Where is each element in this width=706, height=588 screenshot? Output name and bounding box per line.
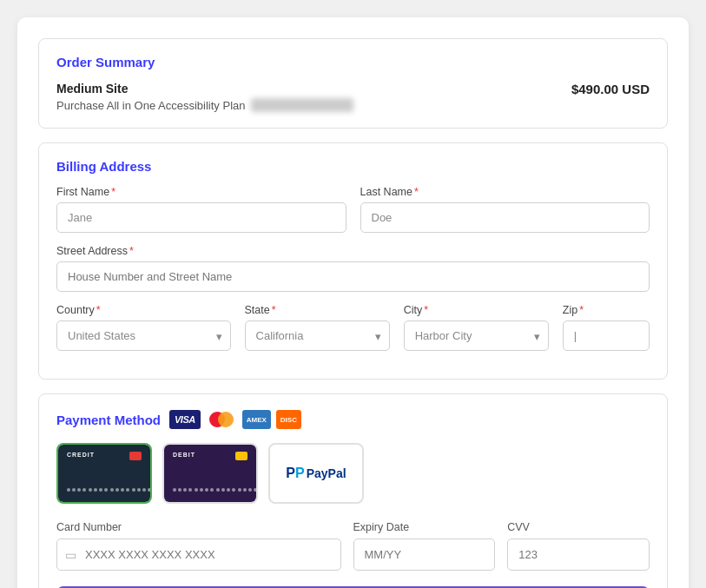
zip-input[interactable] xyxy=(563,320,650,351)
name-row: First Name* Last Name* xyxy=(56,186,650,233)
city-group: City* Harbor City Los Angeles San Franci… xyxy=(404,304,549,351)
city-label: City* xyxy=(404,304,549,316)
debit-card-visual: DEBIT xyxy=(164,445,256,502)
card-number-input[interactable] xyxy=(56,538,341,571)
state-select[interactable]: California New York Texas xyxy=(245,320,390,351)
payment-header: Payment Method VISA AMEX DISC xyxy=(56,410,650,429)
cvv-group: CVV xyxy=(507,521,650,571)
zip-group: Zip* xyxy=(563,304,650,351)
paypal-logo: P P PayPal xyxy=(286,466,346,481)
debit-label: DEBIT xyxy=(173,452,195,458)
plan-desc-text: Purchase All in One Accessibility Plan xyxy=(56,99,246,112)
plan-name: Medium Site xyxy=(56,82,353,96)
visa-logo: VISA xyxy=(169,410,201,429)
debit-card-option[interactable]: DEBIT xyxy=(162,443,258,504)
city-select-wrapper: Harbor City Los Angeles San Francisco xyxy=(404,320,549,351)
order-price: $490.00 USD xyxy=(571,82,650,96)
card-number-group: Card Number ▭ xyxy=(56,521,341,571)
credit-card-visual: CREDIT xyxy=(58,445,150,502)
credit-label: CREDIT xyxy=(67,452,95,458)
country-select[interactable]: United States Canada United Kingdom xyxy=(56,320,231,351)
debit-chip-icon xyxy=(235,452,247,460)
order-summary-section: Order Summary Medium Site Purchase All i… xyxy=(38,38,668,129)
domain-text: stackexchange.com xyxy=(251,98,353,112)
street-group: Street Address* xyxy=(56,245,650,292)
payment-section: Payment Method VISA AMEX DISC CREDIT xyxy=(38,393,668,588)
country-select-wrapper: United States Canada United Kingdom xyxy=(56,320,231,351)
card-logos: VISA AMEX DISC xyxy=(169,410,301,429)
last-name-input[interactable] xyxy=(360,202,650,233)
cvv-input[interactable] xyxy=(507,538,650,571)
card-number-label: Card Number xyxy=(56,521,341,533)
page-wrapper: Order Summary Medium Site Purchase All i… xyxy=(17,17,689,588)
first-name-input[interactable] xyxy=(56,202,346,233)
credit-dots xyxy=(67,488,142,492)
location-row: Country* United States Canada United Kin… xyxy=(56,304,650,351)
first-name-label: First Name* xyxy=(56,186,346,198)
city-select[interactable]: Harbor City Los Angeles San Francisco xyxy=(404,320,549,351)
order-row: Medium Site Purchase All in One Accessib… xyxy=(56,82,650,112)
order-details: Medium Site Purchase All in One Accessib… xyxy=(56,82,353,112)
paypal-p2-icon: P xyxy=(295,466,305,481)
zip-label: Zip* xyxy=(563,304,650,316)
state-select-wrapper: California New York Texas xyxy=(245,320,390,351)
paypal-option[interactable]: P P PayPal xyxy=(268,443,364,504)
street-input[interactable] xyxy=(56,261,650,292)
cvv-label: CVV xyxy=(507,521,650,533)
payment-options: CREDIT DEBIT xyxy=(56,443,650,504)
first-name-group: First Name* xyxy=(56,186,346,233)
card-fields: Card Number ▭ Expiry Date CVV xyxy=(56,521,650,571)
credit-chip-icon xyxy=(129,452,142,460)
expiry-label: Expiry Date xyxy=(353,521,496,533)
paypal-p-icon: P xyxy=(286,466,295,481)
order-summary-title: Order Summary xyxy=(56,55,650,69)
amex-logo: AMEX xyxy=(242,410,271,429)
plan-desc: Purchase All in One Accessibility Plan s… xyxy=(56,98,353,112)
state-label: State* xyxy=(245,304,390,316)
debit-dots xyxy=(173,488,247,492)
street-label: Street Address* xyxy=(56,245,650,257)
billing-title: Billing Address xyxy=(56,159,650,174)
card-number-input-wrapper: ▭ xyxy=(56,538,341,571)
payment-title: Payment Method xyxy=(56,413,161,427)
credit-card-option[interactable]: CREDIT xyxy=(56,443,152,504)
expiry-group: Expiry Date xyxy=(353,521,496,571)
country-group: Country* United States Canada United Kin… xyxy=(56,304,231,351)
last-name-label: Last Name* xyxy=(360,186,650,198)
paypal-text: PayPal xyxy=(307,466,346,480)
country-label: Country* xyxy=(56,304,231,316)
discover-logo: DISC xyxy=(276,410,301,429)
mastercard-logo xyxy=(206,410,237,429)
street-row: Street Address* xyxy=(56,245,650,292)
card-number-icon: ▭ xyxy=(65,548,76,562)
state-group: State* California New York Texas xyxy=(245,304,390,351)
billing-section: Billing Address First Name* Last Name* S… xyxy=(38,142,668,380)
expiry-input[interactable] xyxy=(353,538,496,571)
last-name-group: Last Name* xyxy=(360,186,650,233)
